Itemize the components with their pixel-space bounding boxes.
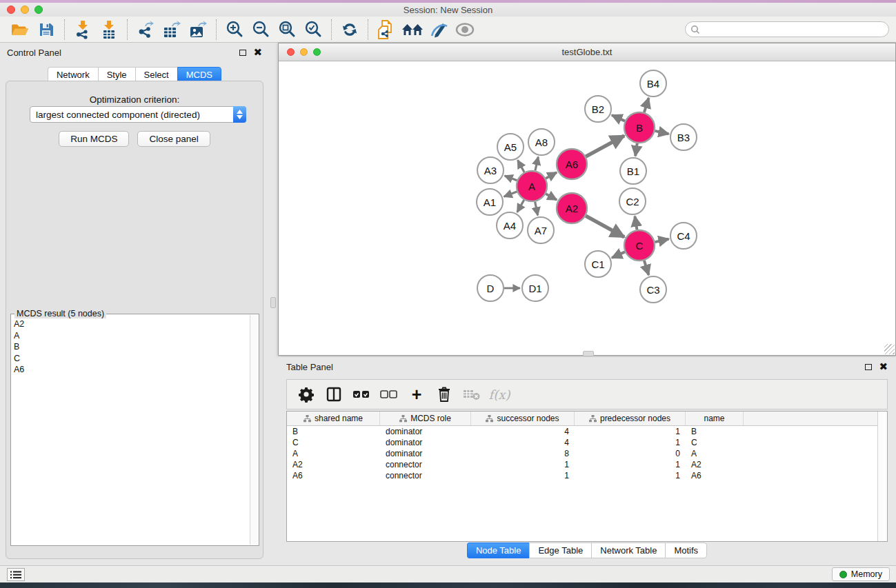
node-A5[interactable]: A5 [497,134,524,160]
node-D[interactable]: D [477,275,504,301]
result-item[interactable]: A2 [14,318,249,330]
edge-C-C3[interactable] [644,261,649,275]
result-item[interactable]: A6 [14,364,249,376]
node-A4[interactable]: A4 [497,212,523,239]
edge-B-B3[interactable] [655,131,668,134]
zoom-selected-icon[interactable] [300,19,326,41]
node-B1[interactable]: B1 [620,158,646,184]
node-B[interactable]: B [624,112,655,143]
tab-edge-table[interactable]: Edge Table [529,543,591,558]
node-A1[interactable]: A1 [477,189,503,215]
node-C1[interactable]: C1 [585,251,611,277]
search-input[interactable] [700,25,888,34]
node-C3[interactable]: C3 [640,276,666,303]
table-row[interactable]: A2connector11A2 [287,459,887,470]
edge-A-A6[interactable] [546,172,557,179]
edge-B-B1[interactable] [635,143,637,156]
window-resize-grip[interactable] [884,344,895,354]
table-scrollbar[interactable] [877,412,887,541]
edge-A-A2[interactable] [546,194,557,200]
close-panel-icon[interactable]: ✖ [879,363,888,370]
node-A8[interactable]: A8 [528,129,555,155]
zoom-in-icon[interactable] [221,19,248,41]
criterion-dropdown[interactable]: largest connected component (directed) [30,106,246,123]
close-panel-button[interactable]: Close panel [137,131,210,147]
table-row[interactable]: Bdominator41B [287,426,887,437]
cybrowser-home-icon[interactable] [399,19,426,41]
export-network-icon[interactable] [132,19,159,41]
column-visibility-icon[interactable] [321,383,346,406]
column-header-predecessor-nodes[interactable]: predecessor nodes [575,412,686,425]
node-table[interactable]: shared nameMCDS rolesuccessor nodesprede… [286,411,888,542]
edge-C-C1[interactable] [612,252,625,258]
save-session-icon[interactable] [33,19,59,41]
splitter-grip[interactable] [270,297,276,308]
add-column-icon[interactable]: + [404,383,429,406]
network-window-titlebar[interactable]: testGlobe.txt [279,43,895,61]
function-builder-icon[interactable]: f(x) [487,383,512,406]
edge-A-A8[interactable] [535,156,538,170]
edge-A-A4[interactable] [517,200,524,212]
task-history-button[interactable] [7,568,25,581]
hide-annotations-icon[interactable] [426,19,452,41]
open-session-icon[interactable] [7,19,33,41]
node-A6[interactable]: A6 [557,149,587,179]
node-B3[interactable]: B3 [670,124,697,150]
float-panel-icon[interactable] [865,364,872,370]
import-network-icon[interactable] [70,19,96,41]
tab-node-table[interactable]: Node Table [467,543,530,558]
edge-A-A5[interactable] [518,160,525,172]
node-A[interactable]: A [517,171,547,201]
result-scrollbar[interactable] [250,315,259,545]
column-header-shared-name[interactable]: shared name [287,412,380,425]
table-row[interactable]: Adominator80A [287,448,887,459]
table-row[interactable]: A6connector11A6 [287,470,887,481]
node-C4[interactable]: C4 [670,223,697,249]
search-box[interactable] [685,21,889,37]
zoom-out-icon[interactable] [248,19,274,41]
tab-motifs[interactable]: Motifs [665,543,707,558]
node-D1[interactable]: D1 [522,275,548,301]
result-item[interactable]: B [14,341,249,353]
column-header-name[interactable]: name [686,412,744,425]
result-item[interactable]: A [14,330,249,342]
zoom-fit-icon[interactable] [274,19,300,41]
memory-button[interactable]: Memory [832,567,890,581]
column-header-successor-nodes[interactable]: successor nodes [471,412,575,425]
table-row[interactable]: Cdominator41C [287,437,887,448]
edge-A6-B[interactable] [586,136,624,156]
node-C[interactable]: C [624,230,655,261]
mcds-result-list[interactable]: A2ABCA6 [14,318,249,545]
node-B2[interactable]: B2 [585,96,611,122]
horizontal-splitter-grip[interactable] [583,351,594,356]
table-settings-gear-icon[interactable] [294,383,319,406]
vertical-splitter[interactable] [269,43,278,565]
show-graphics-details-icon[interactable] [452,19,478,41]
edge-A2-C[interactable] [586,216,624,237]
run-mcds-button[interactable]: Run MCDS [59,131,129,147]
refresh-icon[interactable] [337,19,363,41]
edge-B-B4[interactable] [644,98,649,112]
node-A2[interactable]: A2 [557,193,587,223]
edge-C-C2[interactable] [635,216,637,230]
export-table-icon[interactable] [159,19,185,41]
float-panel-icon[interactable] [239,50,246,56]
node-A7[interactable]: A7 [528,217,554,243]
edge-C-C4[interactable] [655,239,668,242]
node-A3[interactable]: A3 [477,157,504,183]
tab-network-table[interactable]: Network Table [591,543,665,558]
close-panel-icon[interactable]: ✖ [253,49,262,56]
column-header-MCDS-role[interactable]: MCDS role [380,412,471,425]
edge-A-A7[interactable] [535,202,538,216]
edge-A-A1[interactable] [504,192,517,196]
new-network-from-selection-icon[interactable] [373,19,399,41]
network-canvas[interactable]: B4B2BB3A8A5A6A3B1AA1C2A2A4A7C4CC1C3DD1 [279,61,895,355]
delete-column-icon[interactable] [432,383,457,406]
edge-A-A3[interactable] [505,176,517,181]
select-all-rows-icon[interactable] [349,383,374,406]
import-table-icon[interactable] [96,19,122,41]
result-item[interactable]: C [14,353,249,365]
delete-table-icon[interactable] [459,383,484,406]
node-C2[interactable]: C2 [619,188,646,214]
edge-B-B2[interactable] [612,115,625,121]
